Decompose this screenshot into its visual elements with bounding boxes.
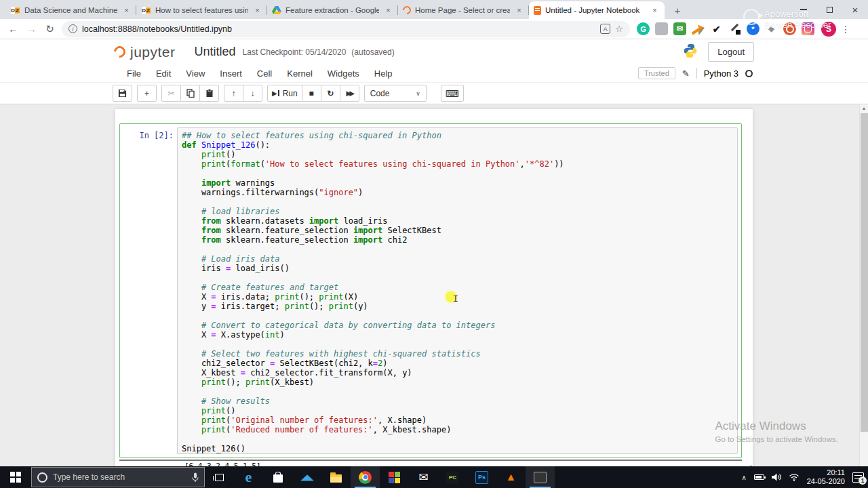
taskbar-command-prompt[interactable] xyxy=(526,466,555,488)
speaker-icon[interactable] xyxy=(772,473,781,481)
taskbar-edge[interactable]: e xyxy=(234,466,263,488)
cut-cell-button[interactable]: ✂ xyxy=(161,85,181,102)
app-grid-icon xyxy=(389,472,400,483)
scrollbar-up-arrow[interactable]: ▲ xyxy=(860,106,868,110)
back-icon[interactable]: ← xyxy=(4,20,22,38)
menu-insert[interactable]: Insert xyxy=(212,68,250,79)
restart-kernel-button[interactable]: ↻ xyxy=(321,85,340,102)
menu-file[interactable]: File xyxy=(119,68,149,79)
blue-extension-icon[interactable]: * xyxy=(747,22,760,35)
photoshop-icon: Ps xyxy=(475,471,488,484)
pencil-icon[interactable]: ✎ xyxy=(682,68,690,79)
window-maximize-button[interactable] xyxy=(816,0,842,19)
eyedropper-icon[interactable] xyxy=(728,22,741,35)
action-center-icon[interactable]: 1 xyxy=(852,472,864,483)
window-close-button[interactable]: × xyxy=(842,0,868,19)
taskbar-file-explorer[interactable] xyxy=(321,466,351,488)
site-info-icon[interactable]: i xyxy=(68,24,77,33)
bird-extension-icon[interactable]: ◆ xyxy=(765,22,778,35)
window-minimize-button[interactable] xyxy=(791,0,816,19)
code-line: print('Original number of features:', X.… xyxy=(182,415,733,425)
checkmark-icon[interactable]: ✔ xyxy=(710,22,723,35)
page-scrollbar[interactable]: ▲ xyxy=(859,104,868,466)
code-line: ## How to select features using chi-squa… xyxy=(182,131,733,140)
paste-cell-button[interactable] xyxy=(199,85,219,102)
browser-tab-datascience[interactable]: DZ Data Science and Machine Learn × xyxy=(5,1,136,19)
taskbar-pycharm[interactable]: PC xyxy=(438,466,467,488)
jupyter-logo-icon xyxy=(112,44,128,60)
tab-close-icon[interactable]: × xyxy=(252,5,262,16)
cell-type-dropdown[interactable]: Code ∨ xyxy=(364,85,427,102)
taskbar-mail[interactable]: ✉ xyxy=(409,466,438,488)
task-view-button[interactable] xyxy=(205,466,234,488)
copy-cell-button[interactable] xyxy=(180,85,200,102)
taskbar-app-grid[interactable] xyxy=(380,466,409,488)
taskbar-chrome[interactable] xyxy=(351,466,380,488)
cell-type-value: Code xyxy=(370,89,390,98)
grammarly-icon[interactable]: G xyxy=(637,22,650,35)
taskbar-search-box[interactable]: Type here to search xyxy=(31,467,205,487)
window-controls: × xyxy=(791,0,868,19)
code-input-area[interactable]: ## How to select features using chi-squa… xyxy=(177,127,738,454)
reload-icon[interactable]: ↻ xyxy=(41,20,59,38)
browser-tab-jupyter-home[interactable]: Home Page - Select or create a n × xyxy=(398,1,529,19)
taskbar-vlc[interactable]: ▲ xyxy=(496,466,526,488)
taskbar-photoshop[interactable]: Ps xyxy=(467,466,496,488)
move-cell-down-button[interactable]: ↓ xyxy=(243,85,262,102)
wifi-icon[interactable] xyxy=(789,473,800,481)
menu-help[interactable]: Help xyxy=(367,68,400,79)
forward-icon[interactable]: → xyxy=(22,20,41,38)
tab-title: Home Page - Select or create a n xyxy=(415,6,510,14)
gray-extension-icon[interactable] xyxy=(655,22,668,35)
menu-edit[interactable]: Edit xyxy=(149,68,178,79)
scrollbar-thumb[interactable] xyxy=(861,113,868,432)
save-button[interactable] xyxy=(113,85,132,102)
taskbar-connect[interactable] xyxy=(292,466,321,488)
clock-date: 24-05-2020 xyxy=(807,477,845,486)
battery-icon[interactable] xyxy=(754,474,764,480)
taskbar-clock[interactable]: 20:11 24-05-2020 xyxy=(807,468,845,486)
tab-close-icon[interactable]: × xyxy=(121,5,132,16)
checkpoint-status: Last Checkpoint: 05/14/2020 xyxy=(243,47,347,57)
mail-checker-icon[interactable]: ✉ xyxy=(673,22,686,35)
menu-cell[interactable]: Cell xyxy=(250,68,279,79)
menu-widgets[interactable]: Widgets xyxy=(320,68,367,79)
bookmark-star-icon[interactable]: ☆ xyxy=(615,24,623,34)
code-line: def Snippet_126(): xyxy=(182,140,733,150)
browser-tab-untitled-notebook[interactable]: Untitled - Jupyter Notebook × xyxy=(529,1,665,19)
interrupt-kernel-button[interactable]: ■ xyxy=(302,85,321,102)
restart-run-all-button[interactable]: ▶▶ xyxy=(340,85,359,102)
browser-tab-google-drive[interactable]: Feature extraction - Google Drive × xyxy=(267,1,398,19)
browser-tab-chisquared-article[interactable]: DZ How to select features using chi × xyxy=(136,1,267,19)
tab-close-icon[interactable]: × xyxy=(383,5,393,16)
command-palette-button[interactable]: ⌨ xyxy=(441,85,464,102)
duckduckgo-icon[interactable] xyxy=(783,22,796,35)
menu-kernel[interactable]: Kernel xyxy=(279,68,320,79)
tab-close-icon[interactable]: × xyxy=(514,5,524,16)
start-button[interactable] xyxy=(0,466,31,488)
new-tab-button[interactable]: + xyxy=(669,1,686,19)
tab-title: Untitled - Jupyter Notebook xyxy=(545,6,646,14)
url-text[interactable]: localhost:8888/notebooks/Untitled.ipynb xyxy=(82,24,595,34)
code-cell[interactable]: In [2]: ## How to select features using … xyxy=(119,123,742,458)
add-cell-button[interactable]: + xyxy=(137,85,157,102)
taskbar-store[interactable] xyxy=(263,466,292,488)
tab-close-icon[interactable]: × xyxy=(650,5,660,16)
browser-menu-icon[interactable]: ⋮ xyxy=(839,24,852,35)
trusted-badge: Trusted xyxy=(638,67,675,79)
menu-view[interactable]: View xyxy=(178,68,212,79)
translate-icon[interactable]: A xyxy=(600,24,610,34)
move-cell-up-button[interactable]: ↑ xyxy=(224,85,243,102)
connect-icon xyxy=(300,474,314,481)
address-bar[interactable]: i localhost:8888/notebooks/Untitled.ipyn… xyxy=(62,21,630,37)
tray-chevron-icon[interactable]: ∧ xyxy=(741,474,746,481)
notebook-title[interactable]: Untitled xyxy=(195,45,236,59)
logout-button[interactable]: Logout xyxy=(708,42,754,62)
profile-avatar[interactable]: S xyxy=(821,22,836,37)
code-line: import warnings xyxy=(182,178,733,188)
run-cell-button[interactable]: ▶ Run xyxy=(267,85,302,102)
swoosh-arrow-icon[interactable] xyxy=(692,22,705,35)
instagram-icon[interactable] xyxy=(802,22,814,35)
jupyter-logo[interactable]: jupyter xyxy=(114,44,176,60)
windows-taskbar: Type here to search e ✉ PC Ps ▲ ∧ 20:11 … xyxy=(0,466,868,488)
